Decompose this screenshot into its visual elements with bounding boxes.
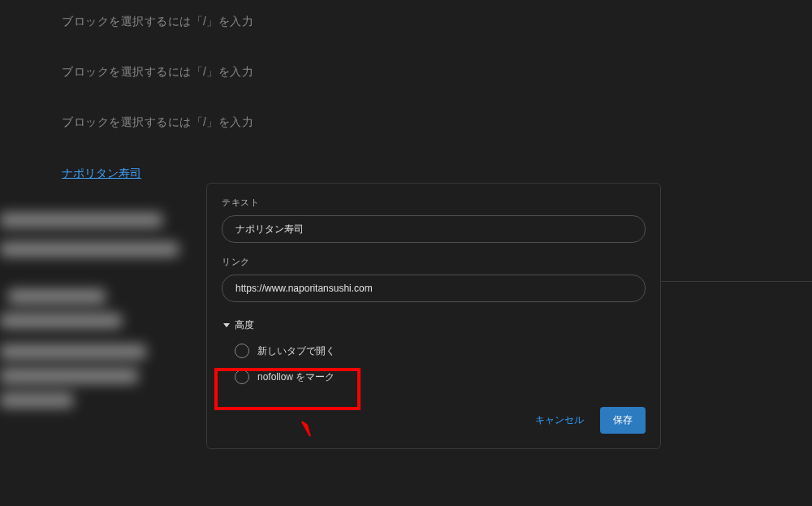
toggle-new-tab-label: 新しいタブで開く (257, 344, 335, 358)
text-field-label: テキスト (222, 197, 646, 209)
blurred-background (0, 213, 195, 506)
radio-icon (235, 370, 249, 384)
block-placeholder[interactable]: ブロックを選択するには「/」を入力 (62, 115, 812, 130)
chevron-down-icon (223, 323, 230, 327)
link-url-input[interactable] (222, 275, 646, 302)
toggle-nofollow-label: nofollow をマーク (257, 370, 335, 384)
link-settings-dialog: テキスト リンク 高度 新しいタブで開く nofollow をマーク キャンセル… (206, 183, 661, 449)
block-placeholder[interactable]: ブロックを選択するには「/」を入力 (62, 65, 812, 80)
inserted-link[interactable]: ナポリタン寿司 (62, 167, 141, 181)
text-input[interactable] (222, 215, 646, 243)
dialog-actions: キャンセル 保存 (222, 407, 646, 434)
radio-icon (235, 344, 249, 358)
toggle-nofollow[interactable]: nofollow をマーク (235, 370, 646, 384)
advanced-label: 高度 (235, 318, 254, 332)
block-placeholder[interactable]: ブロックを選択するには「/」を入力 (62, 15, 812, 29)
save-button[interactable]: 保存 (600, 407, 646, 434)
cancel-button[interactable]: キャンセル (532, 409, 587, 432)
toggle-new-tab[interactable]: 新しいタブで開く (235, 344, 646, 358)
advanced-toggle[interactable]: 高度 (222, 318, 646, 332)
editor-area: ブロックを選択するには「/」を入力 ブロックを選択するには「/」を入力 ブロック… (0, 0, 812, 181)
link-field-label: リンク (222, 256, 646, 268)
